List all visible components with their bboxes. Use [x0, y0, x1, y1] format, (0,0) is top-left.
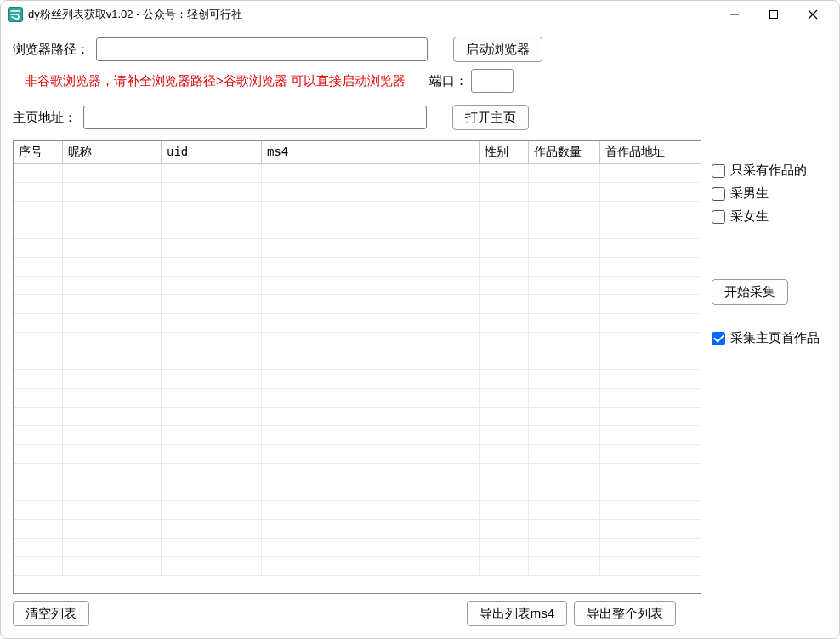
- col-ms4[interactable]: ms4: [262, 141, 480, 163]
- checkbox-collect-male[interactable]: 采男生: [712, 185, 827, 202]
- table-cell: [14, 408, 63, 425]
- table-row[interactable]: [14, 389, 701, 408]
- table-cell: [600, 239, 701, 257]
- data-table[interactable]: 序号 昵称 uid ms4 性别 作品数量 首作品地址: [13, 140, 701, 594]
- hint-text: 非谷歌浏览器，请补全浏览器路径>谷歌浏览器 可以直接启动浏览器: [25, 73, 406, 89]
- table-cell: [529, 501, 600, 519]
- table-cell: [600, 351, 701, 369]
- col-works[interactable]: 作品数量: [529, 141, 600, 163]
- port-input[interactable]: [471, 69, 514, 93]
- side-panel: 只采有作品的 采男生 采女生 开始采集 采集主页首作品: [712, 140, 827, 594]
- table-row[interactable]: [14, 351, 701, 370]
- table-cell: [262, 370, 480, 388]
- table-row[interactable]: [14, 445, 701, 464]
- table-row[interactable]: [14, 501, 701, 520]
- table-cell: [480, 239, 529, 257]
- table-row[interactable]: [14, 239, 701, 258]
- table-cell: [529, 539, 600, 556]
- table-cell: [600, 501, 701, 519]
- table-row[interactable]: [14, 277, 701, 295]
- table-cell: [262, 220, 480, 238]
- col-firsturl[interactable]: 首作品地址: [600, 141, 701, 163]
- table-row[interactable]: [14, 258, 701, 277]
- table-cell: [529, 258, 600, 276]
- export-all-button[interactable]: 导出整个列表: [574, 601, 676, 626]
- table-cell: [162, 464, 262, 482]
- clear-list-button[interactable]: 清空列表: [13, 601, 89, 626]
- table-cell: [600, 389, 701, 407]
- table-row[interactable]: [14, 520, 701, 539]
- table-cell: [600, 426, 701, 444]
- table-cell: [63, 220, 162, 238]
- table-cell: [600, 333, 701, 351]
- table-cell: [162, 482, 262, 500]
- table-cell: [63, 501, 162, 519]
- checkbox-box: [712, 187, 725, 201]
- export-ms4-button[interactable]: 导出列表ms4: [467, 601, 567, 626]
- table-cell: [600, 258, 701, 276]
- checkbox-only-has-works[interactable]: 只采有作品的: [712, 163, 827, 179]
- table-cell: [262, 202, 480, 220]
- table-row[interactable]: [14, 202, 701, 220]
- table-row[interactable]: [14, 314, 701, 333]
- table-cell: [162, 202, 262, 220]
- table-cell: [162, 539, 262, 556]
- table-cell: [162, 164, 262, 182]
- table-cell: [14, 277, 63, 294]
- col-index[interactable]: 序号: [14, 141, 63, 163]
- table-row[interactable]: [14, 164, 701, 183]
- launch-browser-button[interactable]: 启动浏览器: [453, 37, 542, 62]
- table-cell: [480, 464, 529, 482]
- table-row[interactable]: [14, 295, 701, 314]
- table-cell: [480, 408, 529, 425]
- col-nickname[interactable]: 昵称: [63, 141, 162, 163]
- table-cell: [529, 239, 600, 257]
- minimize-button[interactable]: [715, 3, 754, 26]
- maximize-button[interactable]: [754, 3, 793, 26]
- table-cell: [480, 445, 529, 463]
- table-row[interactable]: [14, 539, 701, 557]
- table-cell: [480, 164, 529, 182]
- table-row[interactable]: [14, 408, 701, 426]
- table-cell: [63, 333, 162, 351]
- table-cell: [63, 277, 162, 294]
- start-collect-button[interactable]: 开始采集: [712, 279, 788, 305]
- table-cell: [480, 258, 529, 276]
- table-cell: [529, 295, 600, 313]
- open-home-button[interactable]: 打开主页: [452, 105, 529, 130]
- table-cell: [162, 557, 262, 575]
- table-cell: [262, 277, 480, 294]
- table-cell: [14, 220, 63, 238]
- table-cell: [162, 220, 262, 238]
- table-cell: [63, 539, 162, 556]
- titlebar: dy粉丝列表获取v1.02 - 公众号：轻创可行社: [1, 1, 839, 28]
- table-cell: [262, 239, 480, 257]
- table-cell: [262, 164, 480, 182]
- table-row[interactable]: [14, 370, 701, 389]
- checkbox-collect-first-work[interactable]: 采集主页首作品: [712, 330, 827, 346]
- col-uid[interactable]: uid: [162, 141, 262, 163]
- table-row[interactable]: [14, 426, 701, 445]
- table-cell: [63, 445, 162, 463]
- table-row[interactable]: [14, 220, 701, 239]
- table-cell: [529, 520, 600, 538]
- table-row[interactable]: [14, 183, 701, 202]
- table-cell: [480, 351, 529, 369]
- table-row[interactable]: [14, 482, 701, 501]
- checkbox-collect-female[interactable]: 采女生: [712, 208, 827, 225]
- table-row[interactable]: [14, 333, 701, 351]
- table-cell: [63, 520, 162, 538]
- home-url-input[interactable]: [83, 106, 427, 129]
- table-cell: [162, 351, 262, 369]
- table-cell: [162, 426, 262, 444]
- table-row[interactable]: [14, 557, 701, 576]
- table-cell: [14, 314, 63, 332]
- browser-path-input[interactable]: [96, 37, 428, 61]
- table-cell: [162, 314, 262, 332]
- col-gender[interactable]: 性别: [480, 141, 529, 163]
- table-row[interactable]: [14, 464, 701, 482]
- app-window: dy粉丝列表获取v1.02 - 公众号：轻创可行社 浏览器路径： 启动浏览器 非…: [0, 0, 840, 639]
- checkbox-box: [712, 210, 725, 224]
- close-button[interactable]: [793, 3, 832, 26]
- table-cell: [600, 408, 701, 425]
